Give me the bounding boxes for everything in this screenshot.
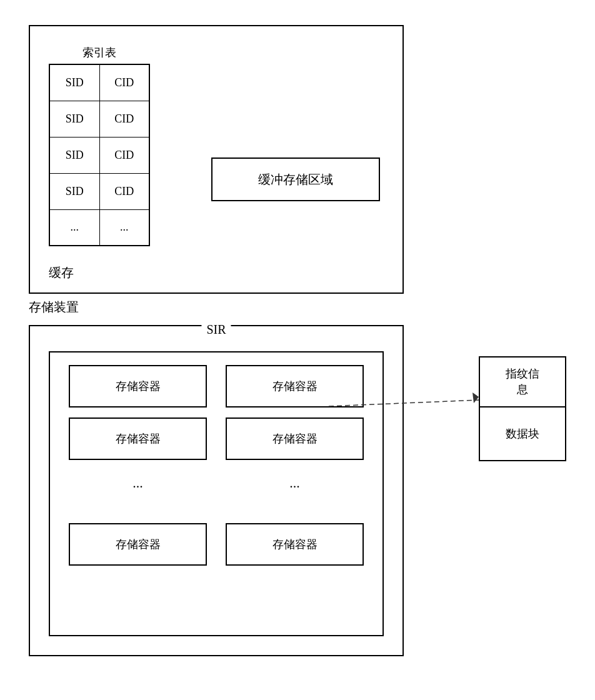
data-block-label: 数据块	[480, 408, 565, 460]
table-row: SID CID	[49, 64, 149, 101]
cid-cell: CID	[99, 101, 149, 137]
index-table-wrapper: 索引表 SID CID SID CID SID CID	[49, 45, 150, 246]
dots-cell: ...	[99, 209, 149, 246]
cache-section: 索引表 SID CID SID CID SID CID	[29, 25, 404, 294]
storage-container-4: 存储容器	[226, 418, 364, 460]
index-table-title: 索引表	[49, 45, 150, 60]
cid-cell: CID	[99, 137, 149, 173]
index-table: SID CID SID CID SID CID SID CID	[49, 64, 150, 246]
dots-left: ...	[69, 471, 207, 496]
storage-container-6: 存储容器	[226, 523, 364, 566]
sir-section: SIR 存储容器 存储容器 存储容器 存储容器 ... ... 存储容器	[29, 325, 404, 656]
storage-container-3: 存储容器	[69, 418, 207, 460]
fingerprint-block: 指纹信息 数据块	[479, 356, 566, 461]
sid-cell: SID	[49, 101, 99, 137]
storage-container-2: 存储容器	[226, 365, 364, 408]
table-row: ... ...	[49, 209, 149, 246]
buffer-area-label: 缓冲存储区域	[258, 171, 333, 188]
sid-cell: SID	[49, 64, 99, 101]
sir-label: SIR	[201, 322, 231, 337]
dots-cell: ...	[49, 209, 99, 246]
sid-cell: SID	[49, 137, 99, 173]
buffer-area-box: 缓冲存储区域	[211, 158, 380, 201]
diagram-container: 索引表 SID CID SID CID SID CID	[22, 19, 572, 681]
table-row: SID CID	[49, 173, 149, 209]
cache-bottom-label: 缓存	[49, 264, 74, 281]
arrow-head	[472, 392, 479, 403]
container-grid: 存储容器 存储容器 存储容器 存储容器 ... ... 存储容器 存储容器	[49, 351, 384, 636]
storage-container-5: 存储容器	[69, 523, 207, 566]
storage-device-label: 存储装置	[29, 299, 79, 316]
sid-cell: SID	[49, 173, 99, 209]
cid-cell: CID	[99, 173, 149, 209]
table-row: SID CID	[49, 137, 149, 173]
storage-container-1: 存储容器	[69, 365, 207, 408]
cid-cell: CID	[99, 64, 149, 101]
fingerprint-label: 指纹信息	[480, 358, 565, 408]
table-row: SID CID	[49, 101, 149, 137]
dots-right: ...	[226, 471, 364, 496]
